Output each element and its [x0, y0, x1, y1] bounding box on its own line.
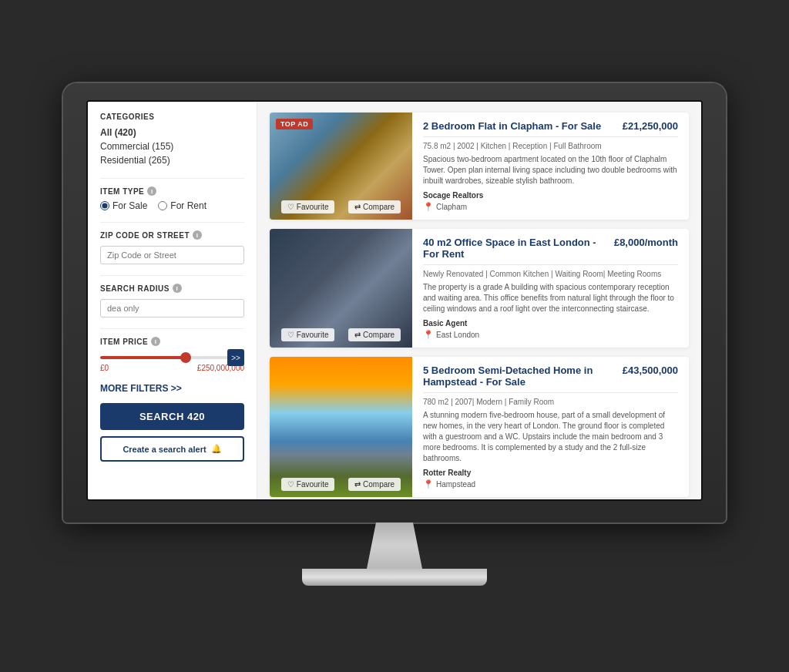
- listing-description-2: The property is a grade A building with …: [423, 282, 678, 314]
- category-all[interactable]: All (420): [100, 126, 244, 139]
- listing-title-2: 40 m2 Office Space in East London - For …: [423, 237, 614, 260]
- zip-code-info-icon: i: [193, 230, 202, 240]
- listing-header-3: 5 Bedroom Semi-Detached Home in Hampstea…: [423, 365, 678, 393]
- alert-button[interactable]: Create a search alert 🔔: [100, 436, 244, 462]
- favourite-btn-3[interactable]: ♡ Favourite: [281, 478, 335, 491]
- top-ad-badge-1: TOP AD: [276, 119, 313, 129]
- search-radius-info-icon: i: [173, 284, 182, 293]
- for-sale-label[interactable]: For Sale: [100, 200, 147, 211]
- for-rent-radio[interactable]: [158, 201, 167, 210]
- divider-4: [100, 328, 244, 329]
- price-min-label: £0: [100, 364, 109, 372]
- listing-image-3: [270, 357, 412, 497]
- price-slider[interactable]: [100, 356, 244, 359]
- sidebar: CATEGORIES All (420) Commercial (155) Re…: [88, 102, 257, 499]
- zip-code-input[interactable]: [100, 246, 244, 264]
- item-price-info-icon: i: [151, 337, 160, 346]
- more-filters-link[interactable]: MORE FILTERS >>: [100, 383, 244, 394]
- category-residential[interactable]: Residential (265): [100, 153, 244, 167]
- bell-icon: 🔔: [211, 444, 222, 454]
- divider-2: [100, 222, 244, 223]
- item-price-section: ITEM PRICE i >> £0 £250,000,000: [100, 337, 244, 372]
- listing-image-wrap-2: ♡ Favourite ⇄ Compare: [270, 229, 412, 348]
- category-commercial[interactable]: Commercial (155): [100, 139, 244, 153]
- location-pin-icon-3: 📍: [423, 479, 434, 489]
- listing-image-actions-1: ♡ Favourite ⇄ Compare: [270, 200, 412, 213]
- search-radius-title: SEARCH RADIUS i: [100, 284, 244, 293]
- item-type-title: ITEM TYPE i: [100, 186, 244, 196]
- zip-code-title: ZIP CODE OR STREET i: [100, 230, 244, 240]
- listing-description-1: Spacious two-bedroom apartment located o…: [423, 154, 678, 186]
- listing-image-wrap-1: TOP AD ♡ Favourite ⇄ Compare: [270, 113, 412, 220]
- zip-code-section: ZIP CODE OR STREET i: [100, 230, 244, 264]
- divider-1: [100, 178, 244, 179]
- listing-image-actions-3: ♡ Favourite ⇄ Compare: [270, 478, 412, 491]
- heart-icon-1: ♡: [287, 203, 294, 211]
- divider-3: [100, 275, 244, 276]
- listing-card-1: TOP AD ♡ Favourite ⇄ Compare: [270, 113, 689, 220]
- listing-agent-2: Basic Agent: [423, 319, 678, 328]
- compare-icon-1: ⇄: [354, 203, 361, 211]
- listing-price-1: £21,250,000: [623, 120, 678, 132]
- item-type-radio-group: For Sale For Rent: [100, 200, 244, 211]
- compare-btn-1[interactable]: ⇄ Compare: [348, 200, 401, 213]
- listing-title-1: 2 Bedroom Flat in Clapham - For Sale: [423, 120, 623, 132]
- price-slider-container: >>: [100, 351, 244, 362]
- item-type-info-icon: i: [147, 186, 156, 196]
- compare-btn-3[interactable]: ⇄ Compare: [348, 478, 401, 491]
- item-type-section: ITEM TYPE i For Sale For Rent: [100, 186, 244, 211]
- listing-details-2: 40 m2 Office Space in East London - For …: [412, 229, 689, 348]
- search-radius-input[interactable]: [100, 299, 244, 318]
- monitor-neck: [364, 522, 425, 569]
- listing-agent-1: Socage Realtors: [423, 191, 678, 200]
- location-pin-icon-2: 📍: [423, 330, 434, 340]
- listing-agent-3: Rotter Realty: [423, 469, 678, 477]
- listing-title-3: 5 Bedroom Semi-Detached Home in Hampstea…: [423, 365, 623, 388]
- listing-card-2: ♡ Favourite ⇄ Compare 40 m2 Office Space…: [270, 229, 689, 348]
- item-price-title: ITEM PRICE i: [100, 337, 244, 346]
- listing-image-actions-2: ♡ Favourite ⇄ Compare: [270, 328, 412, 341]
- compare-btn-2[interactable]: ⇄ Compare: [348, 328, 401, 341]
- for-rent-label[interactable]: For Rent: [158, 200, 206, 211]
- alert-button-label: Create a search alert: [123, 445, 206, 454]
- screen-bezel: CATEGORIES All (420) Commercial (155) Re…: [63, 83, 726, 522]
- categories-title: CATEGORIES: [100, 113, 244, 121]
- heart-icon-3: ♡: [287, 480, 294, 489]
- listing-image-wrap-3: ♡ Favourite ⇄ Compare: [270, 357, 412, 497]
- listing-description-3: A stunning modern five-bedroom house, pa…: [423, 410, 678, 464]
- search-button[interactable]: SEARCH 420: [100, 403, 244, 430]
- monitor: CATEGORIES All (420) Commercial (155) Re…: [63, 83, 726, 589]
- price-arrow-button[interactable]: >>: [227, 349, 244, 366]
- compare-icon-3: ⇄: [354, 480, 361, 489]
- listing-specs-1: 75.8 m2 | 2002 | Kitchen | Reception | F…: [423, 142, 678, 150]
- categories-section: CATEGORIES All (420) Commercial (155) Re…: [100, 113, 244, 167]
- listing-specs-2: Newly Renovated | Common Kitchen | Waiti…: [423, 270, 678, 278]
- monitor-base: [302, 569, 487, 586]
- listing-details-3: 5 Bedroom Semi-Detached Home in Hampstea…: [412, 357, 689, 497]
- main-content: TOP AD ♡ Favourite ⇄ Compare: [257, 102, 701, 499]
- listing-header-1: 2 Bedroom Flat in Clapham - For Sale £21…: [423, 120, 678, 137]
- listing-price-3: £43,500,000: [623, 365, 678, 376]
- listing-card-3: ♡ Favourite ⇄ Compare 5 Bedroom Semi-Det…: [270, 357, 689, 497]
- for-sale-radio[interactable]: [100, 201, 109, 210]
- compare-icon-2: ⇄: [354, 331, 361, 339]
- screen: CATEGORIES All (420) Commercial (155) Re…: [86, 100, 703, 501]
- favourite-btn-1[interactable]: ♡ Favourite: [281, 200, 335, 213]
- listing-location-1: 📍 Clapham: [423, 202, 678, 212]
- listing-details-1: 2 Bedroom Flat in Clapham - For Sale £21…: [412, 113, 689, 220]
- listing-specs-3: 780 m2 | 2007| Modern | Family Room: [423, 398, 678, 406]
- listing-location-2: 📍 East London: [423, 330, 678, 340]
- listing-price-2: £8,000/month: [614, 237, 678, 248]
- price-range-labels: £0 £250,000,000: [100, 364, 244, 372]
- favourite-btn-2[interactable]: ♡ Favourite: [281, 328, 335, 341]
- location-pin-icon-1: 📍: [423, 202, 434, 212]
- heart-icon-2: ♡: [287, 331, 294, 339]
- search-radius-section: SEARCH RADIUS i: [100, 284, 244, 318]
- listing-header-2: 40 m2 Office Space in East London - For …: [423, 237, 678, 265]
- listing-location-3: 📍 Hampstead: [423, 479, 678, 489]
